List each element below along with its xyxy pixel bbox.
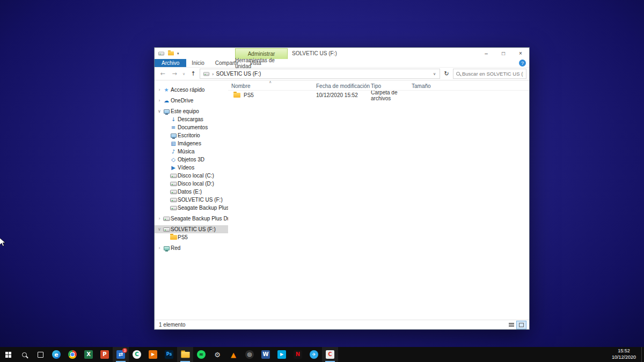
taskbar-photoshop[interactable]: Ps (161, 347, 177, 362)
camtasia-icon: C (133, 350, 141, 359)
edge-icon: e (52, 350, 61, 359)
breadcrumb-path[interactable]: SOLVETIC US (F:) (216, 71, 261, 77)
tab-archivo[interactable]: Archivo (155, 59, 186, 67)
navigation-pane: ›★Acceso rápido›☁OneDrive∨Este equipo↓De… (155, 80, 228, 320)
ribbon-tab-row: Archivo Inicio Compartir Vista Herramien… (155, 59, 529, 68)
column-headers: ∧ Nombre Fecha de modificación Tipo Tama… (228, 82, 529, 91)
chevron-down-icon[interactable]: ∨ (157, 109, 162, 114)
file-row-ps5[interactable]: PS510/12/2020 15:52Carpeta de archivos (228, 91, 529, 100)
taskbar-edge[interactable]: e (48, 347, 64, 362)
drive-icon (170, 174, 177, 178)
taskbar-spotify[interactable]: ≈ (193, 347, 209, 362)
sidebar-item-documentos[interactable]: ≡Documentos (155, 123, 228, 131)
taskbar-prime-video[interactable]: ▶ (274, 347, 290, 362)
chevron-right-icon[interactable]: › (157, 87, 162, 92)
sidebar-item-solvetic-us-f[interactable]: SOLVETIC US (F:) (155, 196, 228, 204)
chevron-down-icon[interactable]: ∨ (157, 227, 162, 232)
taskbar-obs[interactable]: ◎ (241, 347, 258, 362)
address-dropdown-icon[interactable]: ∨ (433, 72, 437, 76)
sidebar-item-red[interactable]: ›Red (155, 244, 228, 252)
sidebar-item-musica[interactable]: ♪Música (155, 147, 228, 156)
taskbar-task-view[interactable] (32, 347, 48, 362)
window-drive-icon (158, 51, 164, 55)
sidebar-item-acceso-rapido[interactable]: ›★Acceso rápido (155, 86, 228, 94)
sidebar-item-seagate-backup-plus-drive-g[interactable]: Seagate Backup Plus Drive (G:) (155, 204, 228, 212)
up-icon[interactable]: ↑ (188, 69, 199, 79)
sidebar-item-objetos-3d[interactable]: ◇Objetos 3D (155, 156, 228, 164)
taskbar-teamviewer[interactable]: ⇄3 (113, 347, 129, 362)
taskbar-search[interactable] (16, 347, 32, 362)
music-icon: ♪ (169, 149, 178, 154)
chevron-right-icon[interactable]: › (157, 216, 162, 221)
sidebar-item-este-equipo[interactable]: ∨Este equipo (155, 107, 228, 115)
sidebar-item-seagate-backup-plus-drive-g[interactable]: ›Seagate Backup Plus Drive (G:) (155, 215, 228, 223)
photoshop-icon: Ps (165, 350, 173, 359)
forward-icon[interactable]: → (169, 69, 180, 79)
column-header-fecha-de-modificacion[interactable]: Fecha de modificación (316, 83, 371, 89)
taskbar-excel[interactable]: X (80, 347, 97, 362)
search-input[interactable] (462, 71, 523, 77)
new-folder-icon[interactable] (168, 51, 174, 56)
column-header-tipo[interactable]: Tipo (371, 83, 412, 89)
pc-icon-wrap (162, 109, 171, 114)
taskbar-powerpoint[interactable]: P (97, 347, 113, 362)
drive-icon-wrap (169, 182, 178, 186)
taskbar-settings[interactable]: ⚙ (209, 347, 225, 362)
sidebar-item-label: Datos (E:) (178, 189, 203, 195)
clock-date: 10/12/2020 (612, 354, 636, 361)
tab-herramientas-de-unidad[interactable]: Herramientas de unidad (235, 59, 288, 67)
sidebar-item-label: SOLVETIC US (F:) (178, 197, 224, 203)
movies-tv-icon: ▶ (149, 350, 157, 359)
minimize-button[interactable]: – (478, 48, 495, 59)
close-button[interactable]: × (512, 48, 529, 59)
taskbar-file-explorer[interactable] (177, 347, 193, 362)
thumbnails-view-button[interactable] (517, 321, 526, 329)
breadcrumb-chevron-icon[interactable]: › (212, 71, 214, 77)
sidebar-item-escritorio[interactable]: Escritorio (155, 131, 228, 139)
taskbar-chrome[interactable] (64, 347, 80, 362)
search-box[interactable] (453, 69, 526, 79)
sidebar-item-datos-e[interactable]: Datos (E:) (155, 188, 228, 196)
sidebar-item-onedrive[interactable]: ›☁OneDrive (155, 97, 228, 105)
taskbar-netflix[interactable]: N (290, 347, 306, 362)
details-view-button[interactable] (507, 321, 516, 329)
sidebar-item-disco-local-c[interactable]: Disco local (C:) (155, 172, 228, 180)
drive-icon (163, 227, 170, 232)
window-title: SOLVETIC US (F:) (292, 50, 337, 56)
sidebar-item-solvetic-us-f[interactable]: ∨SOLVETIC US (F:) (155, 225, 228, 233)
taskbar-clock[interactable]: 15:52 10/12/2020 (609, 348, 641, 360)
drive-icon-wrap (169, 206, 178, 210)
sidebar-item-imagenes[interactable]: ▧Imágenes (155, 139, 228, 147)
chevron-right-icon[interactable]: › (157, 246, 162, 250)
sidebar-item-label: Vídeos (178, 165, 195, 171)
column-header-tamano[interactable]: Tamaño (412, 83, 442, 89)
taskbar-start[interactable] (0, 347, 16, 362)
qat-dropdown-icon[interactable]: ▾ (177, 51, 179, 56)
help-icon[interactable]: ? (519, 60, 526, 67)
download-icon: ↓ (169, 116, 178, 122)
tab-inicio[interactable]: Inicio (186, 59, 209, 67)
chevron-right-icon[interactable]: › (157, 98, 162, 103)
refresh-icon[interactable]: ↻ (441, 69, 452, 79)
sidebar-item-disco-local-d[interactable]: Disco local (D:) (155, 180, 228, 188)
obs-icon: ◎ (245, 350, 254, 359)
document-icon: ≡ (169, 124, 178, 130)
taskbar-vlc[interactable]: ▲ (225, 347, 241, 362)
drive-icon-wrap (169, 198, 178, 202)
back-icon[interactable]: ← (157, 69, 168, 79)
sidebar-item-ps5[interactable]: PS5 (155, 233, 228, 241)
taskbar-word[interactable]: W (258, 347, 274, 362)
sidebar-item-videos[interactable]: ▶Vídeos (155, 164, 228, 172)
address-input[interactable]: › SOLVETIC US (F:) ∨ (200, 69, 440, 79)
quick-access-toolbar: ▾ (155, 51, 179, 56)
sidebar-item-descargas[interactable]: ↓Descargas (155, 115, 228, 123)
show-desktop-button[interactable] (641, 347, 644, 362)
column-header-nombre[interactable]: Nombre (231, 83, 316, 89)
taskbar-telegram[interactable]: ✈ (306, 347, 322, 362)
cloud-icon: ☁ (162, 98, 171, 104)
taskbar-movies-tv[interactable]: ▶ (145, 347, 161, 362)
maximize-button[interactable]: □ (495, 48, 512, 59)
taskbar-camtasia[interactable]: C (129, 347, 145, 362)
taskbar-camtasia-recorder[interactable]: C (322, 347, 338, 362)
recent-locations-dropdown-icon[interactable]: ∨ (181, 69, 187, 79)
